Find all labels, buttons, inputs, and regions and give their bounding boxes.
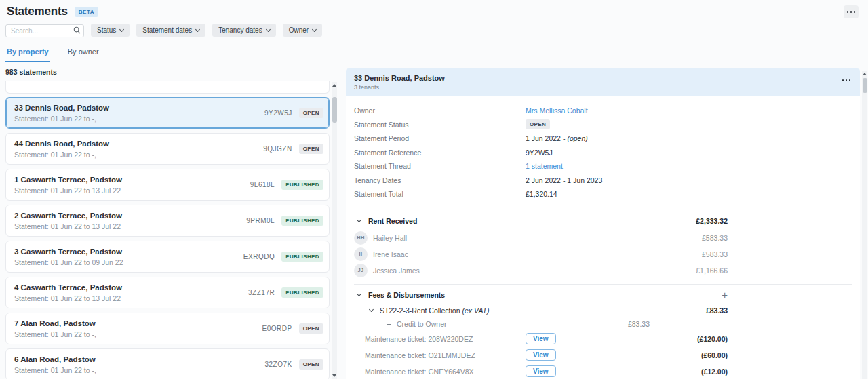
view-button[interactable]: View (526, 333, 556, 344)
field-row: Tenancy Dates 2 Jun 2022 - 1 Jun 2023 (346, 174, 860, 188)
statements-count: 983 statements (5, 68, 57, 76)
field-row: Statement Total £1,320.14 (346, 187, 860, 201)
chevron-down-icon (119, 26, 124, 31)
filter-button-tenancy-dates[interactable]: Tenancy dates (212, 24, 276, 37)
statement-period: Statement: 01 Jun 22 to -, (14, 115, 264, 123)
detail-header: 33 Dennis Road, Padstow 3 tenants (346, 68, 860, 96)
search-input[interactable] (5, 24, 84, 37)
field-row: Statement Reference 9Y2W5J (346, 146, 860, 160)
list-item-partial[interactable] (5, 81, 330, 94)
fees-section-header: Fees & Disbursements + (346, 286, 860, 304)
section-fees: Fees & Disbursements + ST22-2-3-Rent Col… (346, 286, 860, 379)
scrollbar-thumb[interactable] (332, 97, 337, 123)
property-name: 7 Alan Road, Padstow (14, 319, 262, 327)
tabs: By property By owner (7, 47, 99, 62)
tenant-name: Jessica James (373, 266, 420, 275)
field-value: 1 Jun 2022 - (open) (526, 134, 588, 142)
list-item[interactable]: 3 Caswarth Terrace, Padstow Statement: 0… (5, 241, 330, 273)
field-value: 1 statement (526, 162, 563, 170)
scrollbar-track[interactable] (862, 71, 867, 379)
chevron-down-icon (266, 26, 271, 31)
list-item[interactable]: 7 Alan Road, Padstow Statement: 01 Jun 2… (5, 313, 330, 344)
field-label: Statement Total (354, 190, 526, 198)
field-value: £1,320.14 (526, 190, 557, 198)
maintenance-ticket-row: Maintenance ticket: O21LMMJDEZ View (£60… (346, 347, 860, 363)
statement-period: Statement: 01 Jun 22 to 13 Jul 22 (14, 222, 246, 231)
field-label: Statement Reference (354, 148, 526, 157)
list-scrollbar[interactable] (332, 82, 337, 379)
divider (354, 207, 852, 207)
property-name: 4 Caswarth Terrace, Padstow (14, 283, 248, 292)
status-badge: PUBLISHED (281, 252, 323, 262)
statement-period: Statement: 01 Jun 22 to 13 Jul 22 (14, 186, 250, 195)
fee-line-item: ST22-2-3-Rent Collection (ex VAT) £83.33 (346, 304, 860, 317)
statement-list: 33 Dennis Road, Padstow Statement: 01 Ju… (5, 81, 330, 379)
scrollbar-track[interactable] (332, 82, 337, 379)
statement-reference: E0ORDP (262, 325, 292, 332)
property-name: 6 Alan Road, Padstow (14, 355, 264, 363)
filter-bar: Status Statement dates Tenancy dates Own… (5, 24, 322, 37)
ellipsis-icon (847, 11, 849, 13)
add-fee-button[interactable]: + (722, 290, 728, 300)
filter-button-status[interactable]: Status (91, 24, 130, 37)
filter-button-owner[interactable]: Owner (283, 24, 322, 37)
detail-overflow-button[interactable] (842, 79, 851, 81)
sub-item-corner-icon (387, 320, 391, 325)
scroll-up-icon[interactable] (332, 84, 336, 87)
property-name: 33 Dennis Road, Padstow (14, 104, 264, 112)
page-overflow-button[interactable] (844, 5, 859, 18)
statements-page: Statements BETA Status Statement dates T… (0, 0, 868, 379)
rent-rows: HH Hailey Hall £583.33 II Irene Isaac £5… (346, 230, 860, 279)
list-item[interactable]: 6 Alan Road, Padstow Statement: 01 Jun 2… (5, 348, 330, 379)
field-label: Owner (354, 106, 526, 115)
status-badge: PUBLISHED (281, 180, 323, 190)
rent-section-title: Rent Received (368, 217, 417, 225)
field-label: Statement Period (354, 134, 526, 142)
credit-to-owner-row: Credit to Owner £83.33 (346, 317, 860, 331)
avatar: HH (354, 231, 368, 245)
scrollbar-thumb[interactable] (863, 78, 867, 93)
ticket-amount: (£12.00) (701, 367, 728, 376)
property-name: 44 Dennis Road, Padstow (14, 140, 263, 148)
field-value-link[interactable]: Mrs Mellissa Cobalt (526, 106, 588, 115)
status-badge: PUBLISHED (281, 287, 323, 298)
field-value: 9Y2W5J (526, 148, 553, 157)
statement-reference: 9L618L (250, 181, 275, 188)
scroll-down-icon[interactable] (332, 374, 336, 377)
list-item[interactable]: 44 Dennis Road, Padstow Statement: 01 Ju… (5, 133, 330, 165)
property-name: 1 Caswarth Terrace, Padstow (14, 176, 250, 184)
ticket-label: Maintenance ticket: O21LMMJDEZ (365, 351, 475, 359)
filter-button-statement-dates[interactable]: Statement dates (136, 24, 205, 37)
view-button[interactable]: View (526, 349, 556, 361)
tab-by-property[interactable]: By property (7, 47, 49, 62)
scroll-up-icon[interactable] (863, 73, 867, 75)
field-row: Statement Thread 1 statement (346, 159, 860, 174)
status-badge: OPEN (299, 108, 323, 118)
detail-panel: 33 Dennis Road, Padstow 3 tenants Owner … (346, 68, 860, 379)
fees-section-title: Fees & Disbursements (368, 291, 445, 299)
panel-scrollbar[interactable] (862, 71, 867, 379)
status-badge: OPEN (299, 359, 323, 370)
list-item[interactable]: 1 Caswarth Terrace, Padstow Statement: 0… (5, 169, 330, 201)
rent-row: II Irene Isaac £583.33 (346, 246, 860, 262)
view-button[interactable]: View (526, 365, 556, 377)
avatar: JJ (354, 264, 368, 277)
page-title: Statements (7, 5, 68, 18)
statement-reference: EXRQDQ (243, 253, 275, 260)
chevron-down-icon[interactable] (357, 217, 361, 222)
list-item[interactable]: 4 Caswarth Terrace, Padstow Statement: 0… (5, 277, 330, 308)
chevron-down-icon[interactable] (357, 291, 361, 296)
tenant-name: Hailey Hall (373, 234, 407, 242)
statement-reference: 32ZO7K (264, 361, 292, 368)
list-item[interactable]: 2 Caswarth Terrace, Padstow Statement: 0… (5, 205, 330, 237)
status-badge: OPEN (299, 144, 323, 154)
tab-by-owner[interactable]: By owner (68, 47, 99, 62)
list-item[interactable]: 33 Dennis Road, Padstow Statement: 01 Ju… (5, 97, 330, 129)
rent-section-total: £2,333.32 (696, 217, 728, 225)
status-badge: OPEN (526, 119, 550, 129)
rent-amount: £1,166.66 (696, 266, 728, 275)
tenant-count: 3 tenants (354, 84, 860, 91)
chevron-down-icon[interactable] (369, 306, 374, 311)
ticket-label: Maintenance ticket: GNEY664V8X (365, 367, 474, 376)
field-value-link[interactable]: 1 statement (526, 162, 563, 170)
